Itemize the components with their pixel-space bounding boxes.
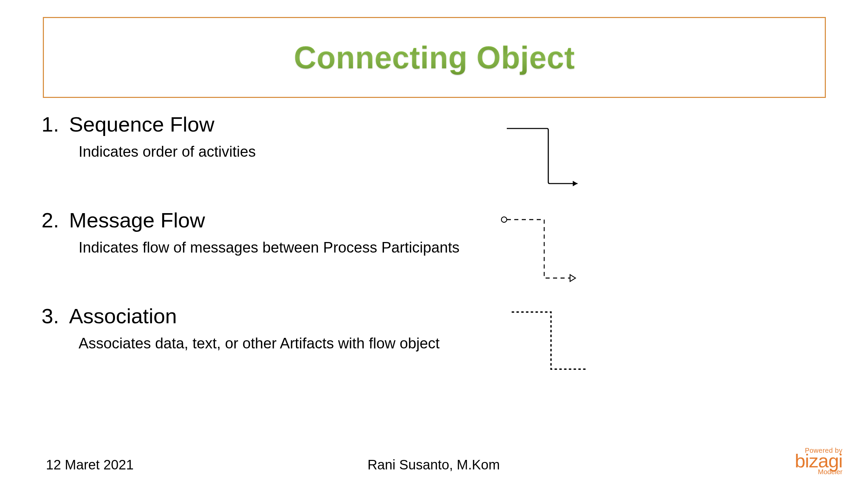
- item-name: Message Flow: [69, 208, 205, 232]
- footer: 12 Maret 2021 Rani Susanto, M.Kom: [46, 457, 821, 472]
- slide: Connecting Object Sequence Flow Indicate…: [0, 0, 868, 482]
- title-box: Connecting Object: [43, 17, 826, 98]
- footer-date: 12 Maret 2021: [46, 457, 134, 472]
- association-icon: [500, 306, 595, 377]
- item-desc: Indicates order of activities: [79, 143, 488, 160]
- footer-author: Rani Susanto, M.Kom: [367, 457, 500, 472]
- bizagi-logo: Powered by bizagi Modeler: [795, 447, 842, 476]
- slide-title: Connecting Object: [294, 40, 575, 75]
- diagrams-column: [500, 122, 595, 398]
- item-name: Association: [69, 304, 177, 328]
- item-name: Sequence Flow: [69, 113, 214, 136]
- content-area: Sequence Flow Indicates order of activit…: [46, 112, 488, 400]
- list-item: Message Flow Indicates flow of messages …: [65, 208, 488, 256]
- list-item: Association Associates data, text, or ot…: [65, 304, 488, 352]
- item-desc: Associates data, text, or other Artifact…: [79, 335, 488, 352]
- list-item: Sequence Flow Indicates order of activit…: [65, 112, 488, 160]
- sequence-flow-icon: [500, 122, 595, 194]
- logo-brand: bizagi: [795, 452, 842, 469]
- items-list: Sequence Flow Indicates order of activit…: [46, 112, 488, 352]
- message-flow-icon: [500, 214, 595, 286]
- svg-point-0: [501, 217, 507, 222]
- item-desc: Indicates flow of messages between Proce…: [79, 239, 488, 256]
